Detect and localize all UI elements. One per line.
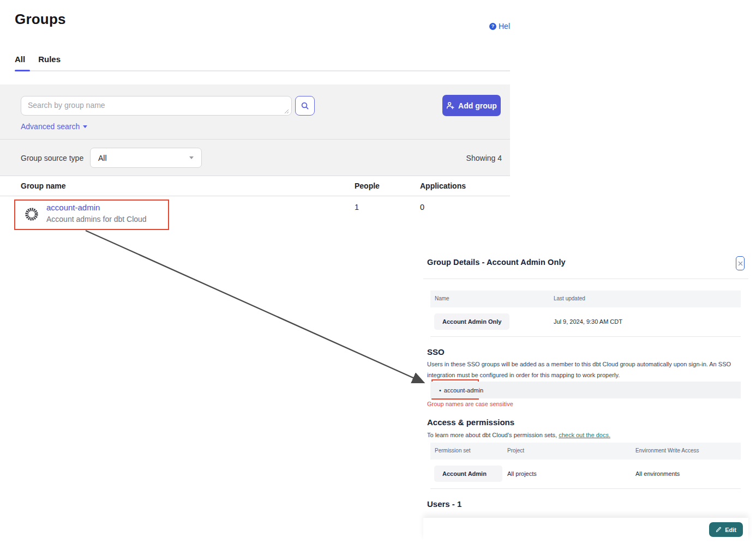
sso-heading: SSO (427, 347, 445, 356)
close-icon (738, 261, 743, 266)
name-table-header: Name Last updated (430, 291, 741, 307)
permissions-table-row: Account Admin All projects All environme… (430, 460, 741, 489)
add-user-icon (446, 101, 454, 110)
people-count: 1 (355, 203, 359, 211)
table-row[interactable]: account-admin Account admins for dbt Clo… (0, 196, 510, 233)
search-icon (301, 101, 309, 110)
name-table-row: Account Admin Only Jul 9, 2024, 9:30 AM … (430, 307, 741, 337)
col-last-updated: Last updated (554, 295, 585, 301)
col-people: People (355, 182, 380, 190)
group-source-type-label: Group source type (21, 154, 83, 162)
col-project: Project (507, 448, 524, 454)
permissions-table-header: Permission set Project Environment Write… (430, 443, 741, 460)
col-applications: Applications (420, 182, 466, 190)
applications-count: 0 (420, 203, 424, 211)
docs-link[interactable]: check out the docs. (559, 432, 610, 438)
col-group-name: Group name (21, 182, 65, 190)
detail-footer: Edit (423, 518, 748, 541)
tab-all[interactable]: All (15, 55, 25, 64)
groups-table-header: Group name People Applications (0, 176, 510, 196)
help-link[interactable]: ? Help (489, 21, 510, 32)
sso-group-row: • account-admin (430, 382, 741, 398)
sso-group-chip: account-admin (444, 387, 483, 394)
add-group-label: Add group (458, 101, 497, 110)
advanced-search-label: Advanced search (21, 122, 80, 131)
add-group-button[interactable]: Add group (442, 95, 501, 116)
project-value: All projects (507, 470, 537, 477)
groups-page: Groups ? Help All Rules Advanced search (0, 0, 756, 550)
tab-active-indicator (15, 70, 30, 71)
divider (0, 139, 510, 140)
filter-panel: Advanced search Add group Group source t… (0, 84, 510, 176)
sso-description: Users in these SSO groups will be added … (427, 359, 741, 381)
divider (423, 279, 748, 279)
advanced-search-link[interactable]: Advanced search (21, 122, 87, 131)
edit-button[interactable]: Edit (709, 522, 743, 537)
name-table: Name Last updated Account Admin Only Jul… (430, 291, 741, 337)
group-description: Account admins for dbt Cloud (46, 215, 147, 223)
search-input[interactable] (21, 96, 292, 116)
tabbar-track (15, 70, 510, 71)
col-permission-set: Permission set (435, 448, 471, 454)
col-name: Name (435, 295, 449, 301)
col-env-write: Environment Write Access (635, 448, 699, 454)
search-button[interactable] (295, 96, 315, 116)
group-name-chip: Account Admin Only (434, 313, 509, 330)
users-heading: Users - 1 (427, 499, 461, 509)
last-updated-value: Jul 9, 2024, 9:30 AM CDT (554, 318, 622, 325)
pencil-icon (716, 527, 722, 533)
caret-down-icon (189, 156, 194, 159)
caret-down-icon (83, 125, 87, 128)
page-title: Groups (15, 11, 66, 28)
permissions-description-text: To learn more about dbt Cloud's permissi… (427, 432, 559, 438)
tab-rules[interactable]: Rules (38, 55, 61, 64)
help-icon: ? (489, 23, 496, 30)
showing-count: Showing 4 (431, 154, 502, 162)
permissions-heading: Access & permissions (427, 418, 514, 427)
group-source-type-select[interactable]: All (90, 148, 202, 168)
detail-panel-title: Group Details - Account Admin Only (427, 258, 566, 267)
group-sunburst-icon (24, 207, 39, 222)
group-name-link[interactable]: account-admin (46, 203, 100, 212)
env-write-value: All environments (635, 470, 680, 477)
select-value: All (98, 154, 107, 162)
permissions-description: To learn more about dbt Cloud's permissi… (427, 430, 741, 440)
tab-bar: All Rules (15, 55, 61, 64)
permission-set-chip: Account Admin (434, 466, 502, 482)
edit-button-label: Edit (725, 527, 736, 533)
close-button[interactable] (736, 256, 745, 270)
permissions-table: Permission set Project Environment Write… (430, 443, 741, 489)
bullet-icon: • (439, 387, 441, 394)
help-link-label: Help (499, 22, 510, 31)
case-sensitive-warning: Group names are case sensitive (427, 401, 513, 407)
